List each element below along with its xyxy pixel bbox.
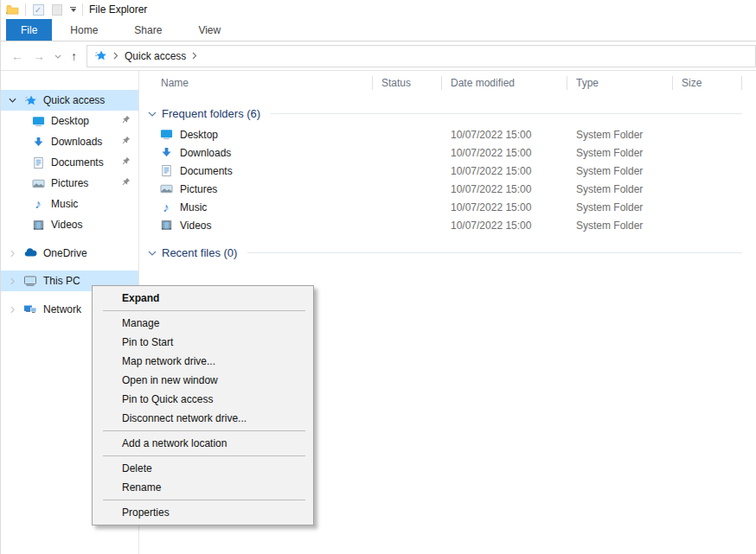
sidebar-item-pictures[interactable]: Pictures <box>1 173 138 194</box>
menu-item-properties[interactable]: Properties <box>93 503 313 522</box>
documents-icon <box>31 156 45 169</box>
menu-separator <box>103 500 305 500</box>
quick-access-toolbar: ✓ <box>32 3 76 16</box>
chevron-down-icon[interactable] <box>148 107 157 120</box>
videos-icon <box>31 218 45 232</box>
file-name: Documents <box>180 165 233 177</box>
network-icon <box>23 302 37 316</box>
menu-item-delete[interactable]: Delete <box>93 459 313 478</box>
sidebar-item-music[interactable]: ♪ Music <box>1 194 138 214</box>
context-menu: Expand Manage Pin to Start Map network d… <box>92 285 314 525</box>
titlebar-separator <box>25 3 26 16</box>
breadcrumb-location[interactable]: Quick access <box>125 50 186 62</box>
tab-file[interactable]: File <box>6 19 52 41</box>
file-type: System Folder <box>567 183 673 195</box>
computer-icon <box>23 274 37 288</box>
titlebar-separator <box>82 3 83 16</box>
desktop-icon <box>31 114 45 128</box>
ribbon-tabs: File Home Share View <box>1 19 756 41</box>
file-type: System Folder <box>567 201 673 213</box>
music-icon: ♪ <box>159 201 173 214</box>
sidebar-item-label: This PC <box>43 275 80 287</box>
titlebar: ✓ File Explorer <box>1 0 756 19</box>
back-icon[interactable]: ← <box>11 49 23 63</box>
pictures-icon <box>159 182 173 196</box>
file-date-modified: 10/07/2022 15:00 <box>442 147 567 159</box>
column-header-size[interactable]: Size <box>673 71 742 95</box>
column-header-date-modified[interactable]: Date modified <box>442 71 567 95</box>
chevron-down-icon[interactable] <box>8 98 17 103</box>
music-icon: ♪ <box>31 197 45 211</box>
table-row[interactable]: Pictures 10/07/2022 15:00 System Folder <box>139 180 756 198</box>
column-header-name[interactable]: Name <box>139 71 373 95</box>
sidebar-item-quick-access[interactable]: Quick access <box>1 90 138 111</box>
file-date-modified: 10/07/2022 15:00 <box>442 129 567 141</box>
column-header-status[interactable]: Status <box>373 71 442 95</box>
pin-icon[interactable] <box>121 136 131 148</box>
file-date-modified: 10/07/2022 15:00 <box>442 201 567 213</box>
properties-icon[interactable]: ✓ <box>32 3 44 16</box>
sidebar-item-onedrive[interactable]: OneDrive <box>1 243 138 264</box>
group-header-rule <box>271 113 742 114</box>
breadcrumb-chevron-icon[interactable] <box>113 52 119 60</box>
file-date-modified: 10/07/2022 15:00 <box>442 165 567 177</box>
sidebar-item-documents[interactable]: Documents <box>1 152 138 173</box>
menu-item-manage[interactable]: Manage <box>93 314 313 333</box>
chevron-right-icon[interactable] <box>8 250 17 258</box>
file-type: System Folder <box>567 129 673 141</box>
menu-item-pin-to-start[interactable]: Pin to Start <box>93 333 313 352</box>
table-row[interactable]: Documents 10/07/2022 15:00 System Folder <box>139 162 756 180</box>
cloud-icon <box>23 246 37 260</box>
menu-item-expand[interactable]: Expand <box>93 289 313 308</box>
menu-item-pin-to-quick-access[interactable]: Pin to Quick access <box>93 390 313 409</box>
sidebar-item-label: Desktop <box>51 115 89 127</box>
tab-share[interactable]: Share <box>116 19 180 41</box>
forward-icon[interactable]: → <box>33 49 45 63</box>
column-header-type[interactable]: Type <box>567 71 673 95</box>
file-explorer-window: ✓ File Explorer File Home Share View ← →… <box>0 0 756 554</box>
file-explorer-icon <box>5 3 19 16</box>
sidebar-item-label: Network <box>43 303 81 315</box>
file-type: System Folder <box>567 147 673 159</box>
sidebar-item-desktop[interactable]: Desktop <box>1 111 138 131</box>
menu-separator <box>103 455 305 456</box>
table-row[interactable]: ♪ Music 10/07/2022 15:00 System Folder <box>139 198 756 216</box>
chevron-right-icon[interactable] <box>8 306 17 314</box>
address-bar[interactable]: Quick access <box>86 45 756 67</box>
customize-toolbar-chevron-icon[interactable] <box>70 7 76 12</box>
file-date-modified: 10/07/2022 15:00 <box>442 183 567 195</box>
group-header-recent-files[interactable]: Recent files (0) <box>148 245 742 260</box>
sidebar-item-downloads[interactable]: Downloads <box>1 131 138 152</box>
pin-icon[interactable] <box>121 177 131 189</box>
menu-item-add-network-location[interactable]: Add a network location <box>93 434 313 453</box>
recent-locations-chevron-icon[interactable] <box>54 52 61 60</box>
table-row[interactable]: Downloads 10/07/2022 15:00 System Folder <box>139 143 756 162</box>
chevron-down-icon[interactable] <box>148 246 157 259</box>
file-name: Pictures <box>180 183 217 195</box>
tab-home[interactable]: Home <box>52 19 116 41</box>
group-header-frequent-folders[interactable]: Frequent folders (6) <box>148 105 742 121</box>
address-bar-row: ← → ↑ Quick access <box>1 41 756 71</box>
new-folder-icon[interactable] <box>51 3 63 16</box>
sidebar-item-videos[interactable]: Videos <box>1 214 138 235</box>
menu-separator <box>103 430 305 431</box>
table-row[interactable]: Desktop 10/07/2022 15:00 System Folder <box>139 125 756 143</box>
column-headers: Name Status Date modified Type Size <box>139 71 756 95</box>
up-icon[interactable]: ↑ <box>71 49 77 63</box>
menu-item-rename[interactable]: Rename <box>93 478 313 497</box>
menu-item-disconnect-network-drive[interactable]: Disconnect network drive... <box>93 409 313 428</box>
group-header-label: Frequent folders (6) <box>162 107 260 120</box>
frequent-folders-rows: Desktop 10/07/2022 15:00 System Folder D… <box>139 125 756 234</box>
pin-icon[interactable] <box>121 156 131 169</box>
group-header-label: Recent files (0) <box>162 246 237 259</box>
menu-item-open-in-new-window[interactable]: Open in new window <box>93 371 313 390</box>
table-row[interactable]: Videos 10/07/2022 15:00 System Folder <box>139 216 756 234</box>
sidebar-item-label: Music <box>51 198 78 210</box>
chevron-right-icon[interactable] <box>8 277 17 285</box>
group-header-rule <box>247 252 742 253</box>
menu-item-map-network-drive[interactable]: Map network drive... <box>93 352 313 371</box>
breadcrumb-chevron-icon[interactable] <box>192 52 197 60</box>
quick-access-star-icon <box>93 49 107 63</box>
pin-icon[interactable] <box>121 115 131 127</box>
tab-view[interactable]: View <box>180 19 239 41</box>
